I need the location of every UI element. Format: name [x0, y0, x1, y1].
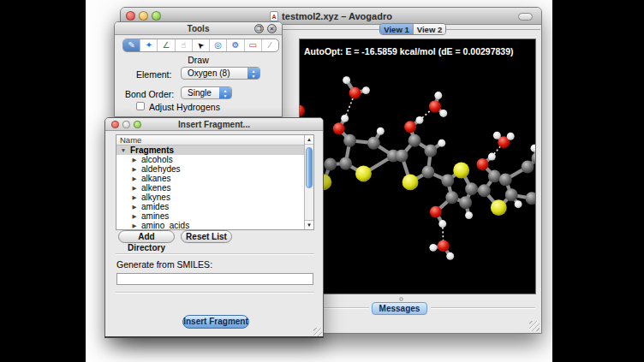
tree-item[interactable]: ▶alcohols [116, 155, 304, 164]
tree-item-label: Fragments [130, 145, 174, 155]
measure-tool[interactable]: ▭ [245, 39, 262, 51]
atom-H [377, 128, 385, 135]
groove-right [431, 307, 535, 309]
close-palette-icon[interactable]: ✕ [267, 24, 277, 33]
atom-O [333, 122, 345, 134]
atom-C [465, 182, 478, 195]
atom-C [339, 157, 352, 170]
atom-O [404, 121, 416, 133]
element-label: Element: [136, 69, 170, 80]
fragment-rows: ▼Fragments▶alcohols▶aldehydes▶alkanes▶al… [116, 145, 304, 229]
float-window-icon[interactable]: ❐ [254, 24, 264, 33]
expand-triangle-icon[interactable]: ▶ [131, 175, 138, 182]
splitter-handle[interactable] [399, 297, 403, 301]
close-button[interactable] [126, 11, 135, 21]
element-popup[interactable]: Oxygen (8) ▲▼ [181, 67, 260, 80]
expand-triangle-icon[interactable]: ▶ [131, 166, 138, 173]
insert-fragment-window: Insert Fragment... Name ▼Fragments▶alcoh… [104, 117, 324, 338]
reset-list-button[interactable]: Reset List [181, 230, 232, 243]
tree-item-label: alkynes [141, 193, 170, 202]
atom-S [453, 163, 469, 179]
auto-optimize-tool[interactable]: ⚙ [227, 39, 244, 51]
toolbar-lozenge-button[interactable] [518, 13, 533, 21]
selection-tool[interactable]: ➤ [193, 39, 210, 51]
fragment-resize-grip[interactable] [313, 328, 322, 336]
tree-item[interactable]: ▶alkenes [116, 183, 304, 193]
tree-item[interactable]: ▶aldehydes [116, 164, 304, 174]
auto-rotate-tool[interactable]: ◎ [210, 39, 227, 51]
minimize-button[interactable] [139, 11, 148, 21]
bond-centric-tool[interactable]: ∠ [158, 39, 175, 51]
expand-triangle-icon[interactable]: ▶ [131, 204, 138, 211]
autoopt-status-text: AutoOpt: E = -16.5859 kcal/mol (dE = 0.0… [304, 46, 514, 56]
zoom-button[interactable] [134, 121, 141, 128]
atom-H [488, 153, 496, 161]
atom-H [341, 115, 349, 122]
scroll-down-icon[interactable]: ▼ [305, 220, 313, 229]
manipulate-tool[interactable]: ☝ [176, 39, 193, 51]
atom-H [507, 133, 515, 140]
fragment-title: Insert Fragment... [178, 120, 250, 129]
tree-item-label: amides [141, 202, 169, 211]
insert-fragment-button[interactable]: Insert Fragment [182, 315, 249, 329]
atom-H [429, 244, 437, 252]
atom-H [438, 139, 445, 147]
auto-optimize-tool-icon: ⚙ [231, 41, 239, 50]
atom-C [343, 134, 356, 147]
list-column-header[interactable]: Name [116, 135, 304, 145]
atom-C [421, 166, 434, 179]
add-directory-button[interactable]: Add Directory [118, 230, 175, 243]
expand-triangle-icon[interactable]: ▶ [131, 213, 138, 220]
popup-stepper-icon: ▲▼ [247, 68, 259, 79]
scrollbar-thumb[interactable] [306, 147, 313, 188]
list-scrollbar[interactable]: ▲ ▼ [304, 135, 313, 229]
expand-triangle-icon[interactable]: ▶ [131, 157, 138, 163]
element-value: Oxygen (8) [188, 68, 230, 78]
minimize-button[interactable] [122, 121, 130, 128]
atom-H [439, 110, 447, 117]
collapse-triangle-icon[interactable]: ▼ [120, 147, 127, 153]
tab-view-2[interactable]: View 2 [413, 24, 445, 34]
atom-O [429, 101, 441, 113]
messages-button[interactable]: Messages [372, 302, 427, 315]
expand-triangle-icon[interactable]: ▶ [131, 223, 138, 229]
tree-item-root[interactable]: ▼Fragments [116, 145, 304, 155]
align-tool-icon: ∕ [270, 41, 271, 50]
gl-viewport[interactable]: AutoOpt: E = -16.5859 kcal/mol (dE = 0.0… [299, 39, 536, 294]
atom-C [478, 184, 491, 197]
tree-item[interactable]: ▶alkynes [116, 193, 304, 202]
atom-H [465, 211, 473, 219]
atom-C [424, 145, 437, 157]
atom-H [416, 116, 424, 124]
tree-item-label: alkanes [141, 174, 170, 183]
main-resize-grip[interactable] [529, 321, 540, 331]
tree-item[interactable]: ▶amines [116, 211, 304, 221]
scroll-up-icon[interactable]: ▲ [305, 135, 313, 145]
screenshot-stage: A testmol2.xyz – Avogadro View 1 View 2 [0, 0, 644, 362]
tools-titlebar[interactable]: Tools ❐ ✕ [115, 22, 282, 35]
fragment-titlebar[interactable]: Insert Fragment... [105, 118, 323, 131]
active-tool-name: Draw [115, 55, 282, 65]
close-button[interactable] [111, 121, 119, 128]
tree-item[interactable]: ▶alkanes [116, 174, 304, 183]
navigate-tool[interactable]: ✦ [140, 39, 158, 51]
smiles-input[interactable] [116, 273, 313, 285]
fragment-listbox: Name ▼Fragments▶alcohols▶aldehydes▶alkan… [116, 134, 314, 230]
tab-view-1[interactable]: View 1 [380, 24, 413, 34]
expand-triangle-icon[interactable]: ▶ [131, 194, 138, 201]
align-tool[interactable]: ∕ [262, 39, 278, 51]
bond-order-popup[interactable]: Single ▲▼ [181, 86, 232, 99]
atom-O [438, 240, 450, 252]
atom-C [488, 169, 501, 182]
zoom-button[interactable] [152, 11, 161, 21]
expand-triangle-icon[interactable]: ▶ [131, 185, 138, 192]
tools-window: Tools ❐ ✕ ✎✦∠☝➤◎⚙▭∕ Draw Element: Oxygen… [114, 21, 283, 117]
molecule-svg [300, 39, 535, 294]
draw-tool[interactable]: ✎ [123, 39, 140, 51]
tree-item[interactable]: ▶amino_acids [116, 221, 304, 230]
adjust-hydrogens-checkbox[interactable] [136, 102, 145, 110]
draw-tool-icon: ✎ [128, 41, 134, 50]
tree-item[interactable]: ▶amides [116, 202, 304, 211]
atom-O [430, 206, 442, 218]
atom-C [445, 191, 458, 204]
